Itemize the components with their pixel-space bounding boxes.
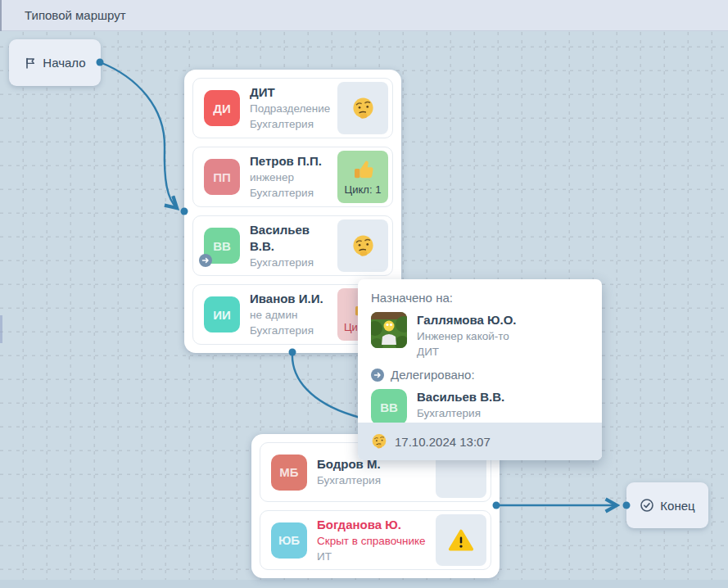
- thinking-emoji-icon: [351, 97, 375, 120]
- assigned-department: ДИТ: [417, 344, 517, 360]
- step-department: Бухгалтерия: [250, 116, 337, 132]
- status-panel-warning: [436, 514, 486, 566]
- route-step-vasilev[interactable]: ВВ Васильев В.В. Бухгалтерия: [192, 215, 393, 276]
- step-department: Бухгалтерия: [250, 255, 337, 270]
- step-title: ДИТ: [250, 84, 337, 101]
- route-step-bogdanova[interactable]: ЮБ Богданова Ю. Скрыт в справочнике ИТ: [260, 510, 491, 570]
- cycle-badge: Ци: [344, 321, 358, 333]
- step-role: Подразделение: [250, 101, 337, 116]
- delegate-person: ВВ Васильев В.В. Бухгалтерия: [371, 389, 589, 425]
- status-timestamp: 17.10.2024 13:07: [395, 435, 491, 449]
- step-title: Иванов И.И.: [250, 291, 337, 307]
- assigned-name: Галлямова Ю.О.: [417, 312, 517, 328]
- start-node[interactable]: Начало: [9, 39, 101, 86]
- step-role: не админ: [250, 307, 337, 323]
- delegate-arrow-icon: [371, 369, 384, 382]
- step-department: ИТ: [317, 549, 436, 564]
- assigned-avatar-photo: [371, 312, 407, 348]
- end-node-label: Конец: [660, 499, 694, 513]
- avatar-initials: ИИ: [204, 296, 240, 332]
- thumbs-up-icon: [351, 158, 375, 182]
- delegate-department: Бухгалтерия: [417, 405, 504, 421]
- delegate-name: Васильев В.В.: [417, 389, 504, 405]
- status-panel: [337, 82, 388, 134]
- route-step-dit[interactable]: ДИ ДИТ Подразделение Бухгалтерия: [192, 78, 393, 138]
- assigned-person: Галлямова Ю.О. Инженер какой-то ДИТ: [371, 312, 589, 360]
- step-role: инженер: [250, 170, 337, 185]
- thinking-emoji-icon: [371, 433, 387, 450]
- status-panel: [337, 219, 388, 272]
- panel-title: Типовой маршрут: [25, 8, 126, 22]
- thinking-emoji-icon: [351, 234, 375, 258]
- step-title: Петров П.П.: [250, 153, 337, 170]
- panel-header: Типовой маршрут: [0, 0, 728, 31]
- step-department: Бухгалтерия: [250, 323, 337, 338]
- avatar-initials: ПП: [204, 159, 240, 195]
- step-title: Богданова Ю.: [317, 517, 436, 533]
- step-warning-text: Скрыт в справочнике: [317, 533, 436, 549]
- check-circle-icon: [640, 498, 654, 513]
- panel-edge: [0, 0, 2, 31]
- assigned-role: Инженер какой-то: [417, 328, 517, 344]
- delegate-arrow-icon: [199, 254, 212, 267]
- step-department: Бухгалтерия: [250, 185, 337, 201]
- route-canvas[interactable]: Типовой маршрут Начало ДИ ДИТ Подразделе…: [0, 0, 728, 588]
- flag-icon: [24, 57, 37, 70]
- left-scrollbar-thumb[interactable]: [0, 315, 2, 343]
- step-title: Васильев В.В.: [250, 222, 337, 255]
- warning-icon: [448, 527, 474, 554]
- start-node-label: Начало: [43, 56, 85, 70]
- route-step-petrov[interactable]: ПП Петров П.П. инженер Бухгалтерия Цикл:…: [192, 147, 393, 207]
- assignment-tooltip: Назначено на: Галлямова Ю.О. Инженер как…: [358, 279, 602, 460]
- assigned-to-label: Назначено на:: [371, 290, 589, 306]
- avatar-initials: ЮБ: [271, 522, 307, 559]
- status-panel-approved: Цикл: 1: [337, 151, 388, 203]
- step-department: Бухгалтерия: [317, 473, 436, 488]
- delegated-label: Делегировано:: [391, 367, 475, 383]
- avatar-initials: ДИ: [204, 90, 240, 126]
- avatar-initials: МБ: [271, 455, 307, 491]
- end-node[interactable]: Конец: [626, 482, 708, 528]
- delegate-avatar-initials: ВВ: [371, 389, 407, 425]
- bottom-canvas-band: [0, 580, 728, 588]
- tooltip-status-footer: 17.10.2024 13:07: [358, 423, 602, 460]
- cycle-badge: Цикл: 1: [345, 183, 382, 196]
